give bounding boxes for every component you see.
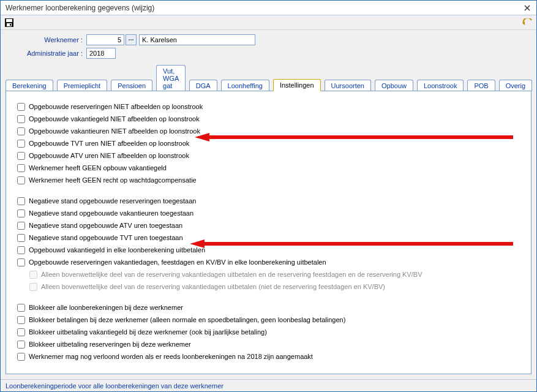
checkbox[interactable]	[17, 140, 25, 148]
checkbox-row: Blokkeer betalingen bij deze werknemer (…	[17, 314, 520, 325]
checkbox-label: Blokkeer uitbetaling reserveringen bij d…	[29, 341, 191, 348]
checkbox[interactable]	[17, 341, 25, 349]
checkbox[interactable]	[17, 304, 25, 312]
checkbox-row: Negatieve stand opgebouwde reserveringen…	[17, 195, 520, 206]
header-panel: Werknemer : Administratie jaar :	[1, 30, 536, 64]
checkbox-row: Werknemer heeft GEEN recht op wachtdagco…	[17, 175, 520, 186]
checkbox-row: Opgebouwde reserveringen vakantiedagen, …	[17, 257, 520, 268]
checkbox-row: Negatieve stand opgebouwde vakantieuren …	[17, 208, 520, 219]
close-icon	[524, 5, 530, 11]
row-admin-jaar: Administratie jaar :	[1, 47, 536, 59]
admin-jaar-label: Administratie jaar :	[1, 50, 86, 57]
checkbox[interactable]	[17, 258, 25, 266]
werknemer-picker-button[interactable]	[126, 34, 137, 45]
tab-overig[interactable]: Overig	[499, 80, 532, 91]
checkbox-label: Werknemer mag nog verloond worden als er…	[29, 353, 313, 360]
tab-dga[interactable]: DGA	[189, 80, 217, 91]
checkbox-label: Blokkeer uitbetaling vakantiegeld bij de…	[29, 328, 267, 336]
checkbox-row: Opgebouwd vakantiegeld in elke loonberek…	[17, 244, 520, 255]
checkbox[interactable]	[17, 246, 25, 254]
save-icon	[4, 18, 14, 28]
row-werknemer: Werknemer :	[1, 34, 536, 46]
checkbox	[29, 271, 37, 279]
app-window: Werknemer loonberekening gegevens (wijzi…	[0, 0, 537, 392]
close-button[interactable]	[522, 3, 533, 13]
werknemer-number-input[interactable]	[86, 34, 124, 45]
checkbox-label: Opgebouwde vakantiegeld NIET afbeelden o…	[29, 115, 200, 123]
checkbox[interactable]	[17, 353, 25, 361]
checkbox-row: Alleen bovenwettelijke deel van de reser…	[29, 281, 520, 292]
checkbox[interactable]	[17, 197, 25, 205]
checkbox-row: Werknemer heeft GEEN opbouw vakantiegeld	[17, 162, 520, 173]
checkbox-label: Negatieve stand opgebouwde TVT uren toeg…	[29, 234, 183, 241]
checkbox-label: Opgebouwde reserveringen NIET afbeelden …	[29, 103, 203, 110]
checkbox[interactable]	[17, 103, 25, 111]
checkbox-label: Blokkeer betalingen bij deze werknemer (…	[29, 316, 345, 323]
checkbox[interactable]	[17, 164, 25, 172]
checkbox-row: Opgebouwde reserveringen NIET afbeelden …	[17, 101, 520, 112]
checkbox[interactable]	[17, 176, 25, 184]
checkbox-row: Opgebouwde ATV uren NIET afbeelden op lo…	[17, 150, 520, 161]
checkbox[interactable]	[17, 234, 25, 242]
checkbox	[29, 283, 37, 291]
checkbox-row: Opgebouwde vakantiegeld NIET afbeelden o…	[17, 113, 520, 124]
checkbox-label: Alleen bovenwettelijke deel van de reser…	[41, 271, 422, 278]
undo-icon	[522, 18, 533, 27]
undo-button[interactable]	[522, 18, 533, 27]
checkbox-row: Opgebouwde TVT uren NIET afbeelden op lo…	[17, 138, 520, 149]
tab-uursoorten[interactable]: Uursoorten	[325, 80, 371, 91]
tab-vut-wga-gat[interactable]: Vut, WGA gat	[156, 65, 186, 91]
checkbox-label: Werknemer heeft GEEN recht op wachtdagco…	[29, 176, 197, 184]
tab-pob[interactable]: POB	[467, 80, 495, 91]
checkbox-label: Blokkeer alle loonberekeningen bij deze …	[29, 304, 183, 311]
svg-point-8	[130, 39, 132, 40]
checkbox-label: Negatieve stand opgebouwde ATV uren toeg…	[29, 222, 182, 229]
checkbox[interactable]	[17, 328, 25, 336]
checkbox-label: Opgebouwd vakantiegeld in elke loonberek…	[29, 246, 205, 254]
tab-opbouw[interactable]: Opbouw	[375, 80, 413, 91]
toolbar	[1, 15, 536, 30]
checkbox-label: Opgebouwde ATV uren NIET afbeelden op lo…	[29, 152, 189, 159]
checkbox-label: Negatieve stand opgebouwde vakantieuren …	[29, 209, 193, 217]
werknemer-label: Werknemer :	[1, 36, 86, 43]
tab-pensioen[interactable]: Pensioen	[111, 80, 152, 91]
checkbox-row: Alleen bovenwettelijke deel van de reser…	[29, 269, 520, 280]
werknemer-name-input[interactable]	[139, 34, 255, 45]
checkbox-row: Negatieve stand opgebouwde TVT uren toeg…	[17, 232, 520, 243]
checkbox[interactable]	[17, 222, 25, 230]
tab-berekening[interactable]: Berekening	[6, 80, 53, 91]
checkbox-row: Blokkeer uitbetaling vakantiegeld bij de…	[17, 326, 520, 337]
checkbox-label: Opgebouwde vakantieuren NIET afbeelden o…	[29, 127, 200, 135]
svg-rect-3	[6, 19, 12, 22]
save-button[interactable]	[4, 18, 14, 28]
checkbox-row: Blokkeer alle loonberekeningen bij deze …	[17, 302, 520, 313]
window-title: Werknemer loonberekening gegevens (wijzi…	[6, 4, 522, 12]
tab-strip: BerekeningPremieplichtPensioenVut, WGA g…	[1, 64, 536, 91]
svg-point-7	[129, 39, 130, 40]
checkbox-row: Blokkeer uitbetaling reserveringen bij d…	[17, 339, 520, 350]
checkbox-label: Alleen bovenwettelijke deel van de reser…	[41, 283, 385, 290]
group-separator	[17, 187, 520, 195]
checkbox-label: Opgebouwde TVT uren NIET afbeelden op lo…	[29, 140, 189, 147]
admin-jaar-input[interactable]	[86, 48, 116, 59]
tab-instellingen[interactable]: Instellingen	[273, 79, 321, 91]
checkbox[interactable]	[17, 115, 25, 123]
status-text: Loonberekeningperiode voor alle loonbere…	[6, 382, 223, 390]
svg-rect-5	[10, 24, 11, 26]
tab-premieplicht[interactable]: Premieplicht	[57, 80, 108, 91]
tab-loonstrook[interactable]: Loonstrook	[417, 80, 464, 91]
ellipsis-icon	[128, 37, 134, 43]
checkbox-label: Werknemer heeft GEEN opbouw vakantiegeld	[29, 164, 167, 172]
tab-panel-instellingen: Opgebouwde reserveringen NIET afbeelden …	[6, 91, 531, 374]
tab-loonheffing[interactable]: Loonheffing	[221, 80, 269, 91]
title-bar: Werknemer loonberekening gegevens (wijzi…	[1, 1, 536, 15]
checkbox[interactable]	[17, 316, 25, 324]
checkbox[interactable]	[17, 127, 25, 135]
checkbox-row: Opgebouwde vakantieuren NIET afbeelden o…	[17, 126, 520, 137]
checkbox[interactable]	[17, 209, 25, 217]
checkbox[interactable]	[17, 152, 25, 160]
checkbox-row: Negatieve stand opgebouwde ATV uren toeg…	[17, 220, 520, 231]
svg-point-9	[132, 39, 133, 40]
status-bar: Loonberekeningperiode voor alle loonbere…	[1, 379, 536, 391]
group-separator	[17, 293, 520, 302]
